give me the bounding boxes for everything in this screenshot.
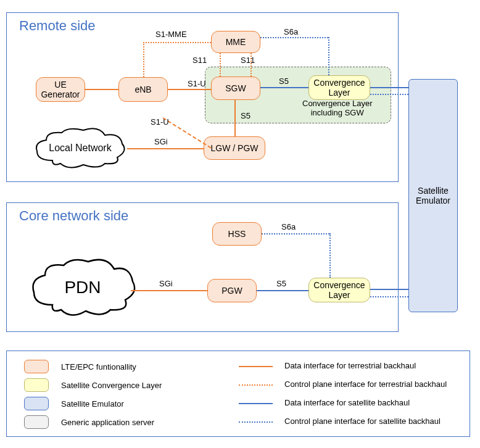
link-sgw-conv [260,87,308,88]
legend-sat: Satellite Emulator [61,399,124,409]
conv-layer-core-node: Convergence Layer [308,278,370,302]
link-hss-s6a-h [262,233,329,234]
legend-swatch-gen [24,415,49,429]
link-conv-sat-bot [370,289,408,290]
legend-swatch-sat [24,397,49,410]
legend-line-ctrlsat [239,421,273,423]
hss-node: HSS [212,222,262,246]
label-s1u2: S1-U [151,117,169,127]
legend-panel: LTE/EPC funtionallity Satellite Converge… [6,351,470,437]
legend-datasat: Data interface for satellite backhaul [284,398,410,407]
satellite-emulator-node: Satellite Emulator [408,79,458,312]
link-conv-sat-ctrl [370,94,408,95]
link-ue-enb [85,89,118,90]
label-s5-bot: S5 [276,279,286,288]
pdn-label: PDN [64,278,101,297]
legend-line-ctrlterr [239,384,273,386]
core-title: Core network side [19,208,128,224]
remote-title: Remote side [19,18,96,34]
legend-ctrlterr: Control plane interface for terrestrial … [284,380,447,389]
link-enb-sgw [168,89,211,90]
pgw-node: PGW [207,279,257,302]
legend-line-dataterr [239,366,273,367]
label-s6a-top: S6a [284,27,298,36]
enb-node: eNB [118,77,168,102]
legend-line-datasat [239,403,273,404]
link-pgw-conv [257,290,308,291]
label-sgi: SGi [154,137,168,146]
link-conv-sat-top [370,87,408,88]
legend-scl: Satellite Convergence Layer [61,381,162,390]
link-local-lgw [127,148,204,149]
conv-layer-remote-node: Convergence Layer [308,75,370,100]
local-network-label: Local Network [49,143,111,154]
legend-ctrlsat: Control plane interface for satellite ba… [284,417,441,426]
legend-gen: Generic application server [61,418,154,427]
diagram-canvas: Remote side Core network side Convergenc… [0,0,480,448]
label-s1u: S1-U [188,79,206,88]
link-conv-sat-bot-ctrl [370,296,408,297]
label-sgi-bot: SGi [159,279,173,288]
link-sgw-lgw [234,100,236,136]
sgw-node: SGW [211,77,260,100]
ue-generator-node: UE Generator [36,77,85,102]
link-hss-s6a-v [329,233,331,278]
label-s5-mid: S5 [241,111,250,120]
link-mme-s6a-v [328,37,329,75]
link-pdn-pgw [131,290,207,291]
legend-lte: LTE/EPC funtionallity [61,362,136,371]
legend-dataterr: Data interface for terrestrial backhaul [284,361,416,370]
pdn-cloud: PDN [28,257,138,318]
label-s6a-bot: S6a [281,222,296,231]
link-enb-mme-h [143,42,211,43]
label-s11-l: S11 [192,56,207,65]
label-s11-r: S11 [241,56,255,65]
link-mme-s6a-h [260,37,328,38]
sgw-box-caption: Convergence Layer including SGW [302,99,372,117]
legend-swatch-scl [24,378,49,392]
mme-node: MME [211,31,260,53]
legend-swatch-lte [24,360,49,373]
link-mme-sgw-l [220,53,221,77]
label-s5-top: S5 [279,77,289,86]
label-s1mme: S1-MME [155,30,187,39]
lgw-pgw-node: LGW / PGW [204,136,265,160]
link-enb-mme-v [143,42,144,77]
local-network-cloud: Local Network [31,127,130,170]
